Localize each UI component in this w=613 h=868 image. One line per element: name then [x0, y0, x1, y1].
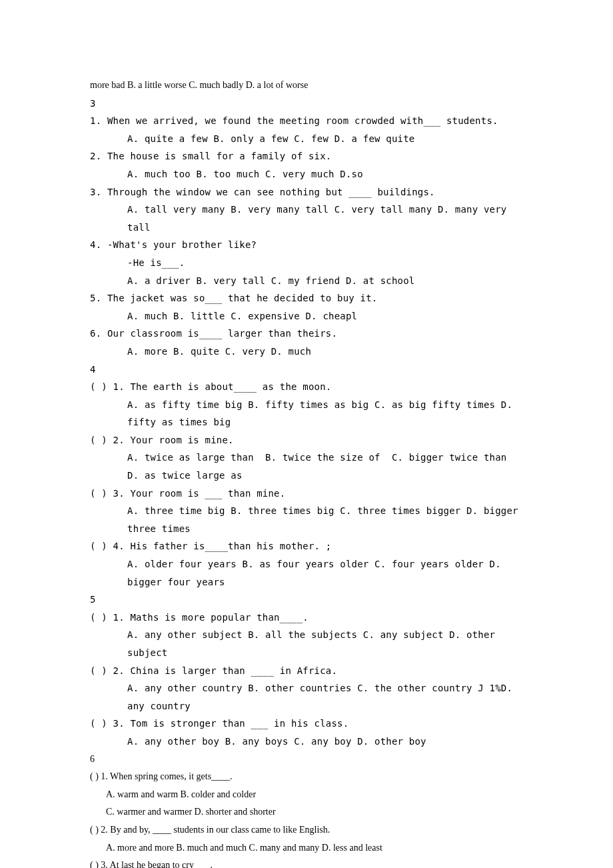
section-6-heading: 6	[90, 751, 523, 769]
s3-q2: 2. The house is small for a family of si…	[90, 147, 523, 165]
s3-q3: 3. Through the window we can see nothing…	[90, 183, 523, 201]
s3-q2-options: A. much too B. too much C. very much D.s…	[90, 165, 523, 183]
s6-q1-options-a: A. warm and warm B. colder and colder	[90, 786, 523, 804]
s4-q2-options: A. twice as large than B. twice the size…	[90, 449, 523, 484]
s5-q2-options: A. any other country B. other countries …	[90, 679, 523, 715]
s4-q4-options: A. older four years B. as four years old…	[90, 555, 523, 591]
s3-q6: 6. Our classroom is____ larger than thei…	[90, 325, 523, 343]
s3-q1-options: A. quite a few B. only a few C. few D. a…	[90, 130, 523, 148]
section-3-heading: 3	[90, 95, 523, 113]
s6-q2-options: A. more and more B. much and much C. man…	[90, 839, 523, 857]
s5-q1: ( ) 1. Maths is more popular than____.	[90, 609, 523, 627]
s3-q4-line2: -He is___.	[90, 254, 523, 272]
section-3: 3 1. When we arrived, we found the meeti…	[90, 95, 523, 361]
s4-q1-options: A. as fifty time big B. fifty times as b…	[90, 396, 523, 431]
s6-q3: ( ) 3. At last he began to cry ___.	[90, 857, 523, 868]
s5-q1-options: A. any other subject B. all the subjects…	[90, 626, 523, 661]
s6-q1-options-b: C. warmer and warmer D. shorter and shor…	[90, 803, 523, 821]
s4-q4: ( ) 4. His father is____than his mother.…	[90, 537, 523, 555]
s4-q3: ( ) 3. Your room is ___ than mine.	[90, 485, 523, 503]
s3-q6-options: A. more B. quite C. very D. much	[90, 343, 523, 361]
s3-q1: 1. When we arrived, we found the meeting…	[90, 112, 523, 130]
s6-q1: ( ) 1. When spring comes, it gets____.	[90, 768, 523, 786]
section-4-heading: 4	[90, 361, 523, 379]
s4-q3-options: A. three time big B. three times big C. …	[90, 502, 523, 537]
s4-q2: ( ) 2. Your room is mine.	[90, 431, 523, 449]
s3-q5-options: A. much B. little C. expensive D. cheapl	[90, 307, 523, 325]
s5-q3: ( ) 3. Tom is stronger than ___ in his c…	[90, 715, 523, 733]
section-6: 6 ( ) 1. When spring comes, it gets____.…	[90, 751, 523, 868]
s4-q1: ( ) 1. The earth is about____ as the moo…	[90, 378, 523, 396]
s3-q3-options: A. tall very many B. very many tall C. v…	[90, 201, 523, 236]
s3-q4-options: A. a driver B. very tall C. my friend D.…	[90, 272, 523, 290]
s3-q4-line1: 4. -What's your brother like?	[90, 236, 523, 254]
s6-q2: ( ) 2. By and by, ____ students in our c…	[90, 821, 523, 839]
section-5-heading: 5	[90, 591, 523, 609]
carryover-option-line: more bad B. a little worse C. much badly…	[90, 77, 523, 95]
s5-q3-options: A. any other boy B. any boys C. any boy …	[90, 733, 523, 751]
s5-q2: ( ) 2. China is larger than ____ in Afri…	[90, 662, 523, 680]
section-5: 5 ( ) 1. Maths is more popular than____.…	[90, 591, 523, 750]
s3-q5: 5. The jacket was so___ that he decided …	[90, 289, 523, 307]
section-4: 4 ( ) 1. The earth is about____ as the m…	[90, 361, 523, 591]
